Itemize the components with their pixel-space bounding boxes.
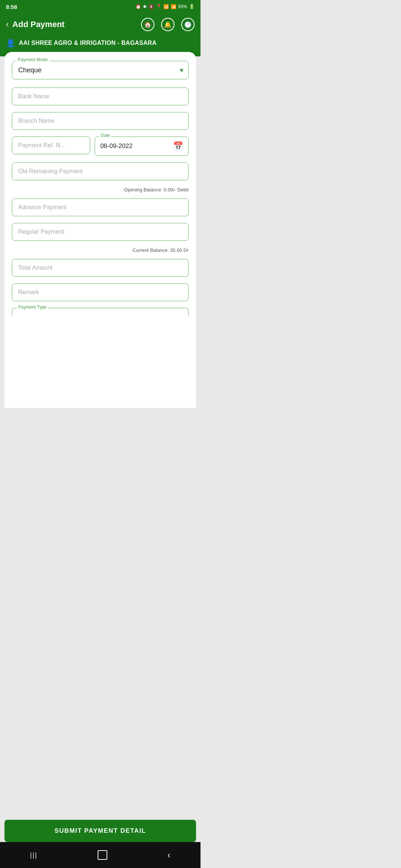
app-bar: ‹ Add Payment 🏠 🔔 🕐: [0, 13, 200, 36]
advance-payment-field: [12, 198, 189, 216]
battery-icon: 🔋: [189, 4, 195, 9]
branch-name-field: [12, 112, 189, 130]
clock-icon: 🕐: [184, 21, 192, 28]
date-label: Date: [99, 133, 111, 138]
remark-input[interactable]: [12, 283, 189, 301]
payment-mode-select[interactable]: Cheque Cash NEFT RTGS UPI: [12, 61, 189, 79]
advance-payment-input[interactable]: [12, 198, 189, 216]
bank-name-field: [12, 88, 189, 105]
payment-mode-label: Payment Mode: [16, 57, 49, 62]
company-icon: 👤: [6, 39, 15, 47]
opening-balance-text: Opening Balance: 0.00/- Debit: [12, 187, 189, 193]
ref-date-row: Date 08-09-2022 📅: [12, 137, 189, 156]
total-amount-field: [12, 259, 189, 277]
home-button[interactable]: 🏠: [141, 18, 154, 31]
payment-type-label: Payment Type: [17, 305, 48, 310]
back-button[interactable]: ‹: [6, 20, 9, 29]
date-picker[interactable]: 08-09-2022 📅: [95, 137, 189, 156]
total-amount-input[interactable]: [12, 259, 189, 277]
date-field: Date 08-09-2022 📅: [95, 137, 189, 156]
payment-type-field: Payment Type: [12, 308, 189, 316]
company-name: AAI SHREE AGRO & IRRIGATION - BAGASARA: [19, 40, 157, 46]
bank-name-input[interactable]: [12, 88, 189, 105]
regular-payment-field: [12, 223, 189, 241]
status-time: 8:58: [6, 4, 17, 10]
payment-ref-input[interactable]: [12, 137, 90, 154]
calendar-icon: 📅: [173, 141, 183, 151]
location-icon: 📍: [156, 4, 162, 9]
app-bar-left: ‹ Add Payment: [6, 20, 65, 29]
payment-mode-field: Payment Mode Cheque Cash NEFT RTGS UPI ▾: [12, 61, 189, 79]
date-value: 08-09-2022: [100, 142, 133, 150]
old-remaining-payment-input[interactable]: [12, 162, 189, 180]
notification-button[interactable]: 🔔: [161, 18, 175, 31]
alarm-icon: ⏰: [136, 4, 141, 9]
remark-field: [12, 283, 189, 301]
signal-icon: 📶: [171, 4, 176, 9]
content-card: Payment Mode Cheque Cash NEFT RTGS UPI ▾…: [4, 52, 196, 408]
bluetooth-icon: ✱: [143, 4, 147, 9]
page-title: Add Payment: [12, 20, 65, 29]
home-icon: 🏠: [144, 21, 151, 28]
status-bar: 8:58 ⏰ ✱ 🔇 📍 📶 📶 65% 🔋: [0, 0, 200, 13]
status-icons: ⏰ ✱ 🔇 📍 📶 📶 65% 🔋: [136, 4, 195, 9]
payment-ref-field: [12, 137, 90, 156]
old-remaining-payment-field: [12, 162, 189, 180]
battery-text: 65%: [178, 4, 187, 9]
history-button[interactable]: 🕐: [181, 18, 195, 31]
bell-icon: 🔔: [164, 21, 172, 28]
mute-icon: 🔇: [149, 4, 154, 9]
wifi-icon: 📶: [163, 4, 169, 9]
app-bar-icons: 🏠 🔔 🕐: [141, 18, 195, 31]
regular-payment-input[interactable]: [12, 223, 189, 241]
branch-name-input[interactable]: [12, 112, 189, 130]
current-balance-text: Current Balance: 35.00 Dr: [12, 247, 189, 253]
